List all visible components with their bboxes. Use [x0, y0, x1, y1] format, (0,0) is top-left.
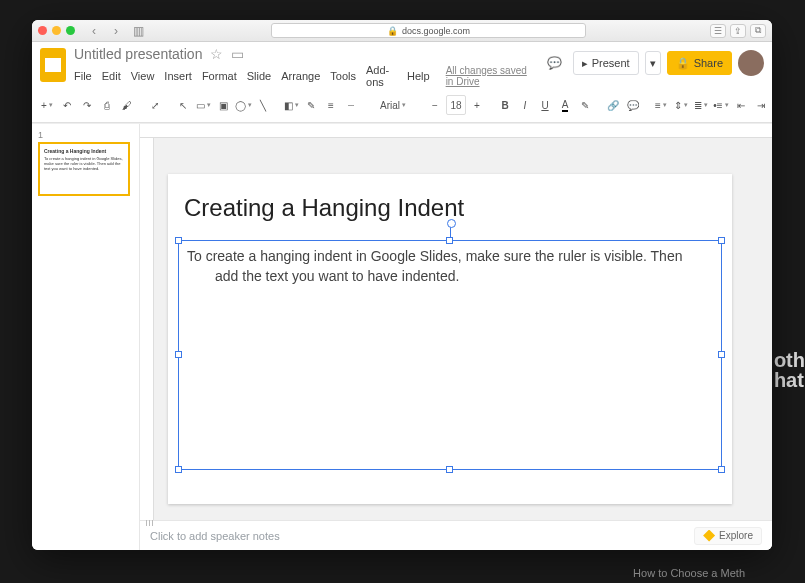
menu-help[interactable]: Help — [407, 70, 430, 82]
menu-addons[interactable]: Add-ons — [366, 64, 397, 88]
font-family-select[interactable]: Arial — [370, 95, 416, 115]
align-button[interactable]: ≡ — [652, 95, 670, 115]
bold-button[interactable]: B — [496, 95, 514, 115]
star-icon[interactable]: ☆ — [210, 46, 223, 62]
filmstrip[interactable]: 1 Creating a Hanging Indent To create a … — [32, 124, 140, 550]
browser-window: ‹ › ▥ 🔒 docs.google.com ☰ ⇪ ⧉ Untitled p… — [32, 20, 772, 550]
resize-handle-mr[interactable] — [718, 351, 725, 358]
insert-link-button[interactable]: 🔗 — [604, 95, 622, 115]
sidebar-toggle-icon[interactable]: ▥ — [129, 24, 147, 38]
text-color-button[interactable]: A — [556, 95, 574, 115]
explore-label: Explore — [719, 530, 753, 541]
canvas-area: Creating a Hanging Indent To create a ha… — [140, 124, 772, 550]
menu-view[interactable]: View — [131, 70, 155, 82]
share-lock-icon: 🔒 — [676, 57, 690, 70]
line-spacing-button[interactable]: ⇕ — [672, 95, 690, 115]
reader-icon[interactable]: ☰ — [710, 24, 726, 38]
font-size-value[interactable]: 18 — [446, 95, 466, 115]
line-tool[interactable]: ╲ — [254, 95, 272, 115]
menu-edit[interactable]: Edit — [102, 70, 121, 82]
border-weight-button[interactable]: ≡ — [322, 95, 340, 115]
shape-tool[interactable]: ◯ — [234, 95, 252, 115]
selected-text-box[interactable]: To create a hanging indent in Google Sli… — [178, 240, 722, 470]
resize-handle-mt[interactable] — [446, 237, 453, 244]
fill-color-button[interactable]: ◧ — [282, 95, 300, 115]
notes-resize-handle[interactable] — [146, 520, 153, 526]
resize-handle-tl[interactable] — [175, 237, 182, 244]
account-avatar[interactable] — [738, 50, 764, 76]
font-size-decrease[interactable]: − — [426, 95, 444, 115]
text-box-content[interactable]: To create a hanging indent in Google Sli… — [179, 241, 721, 292]
save-status[interactable]: All changes saved in Drive — [446, 65, 535, 87]
indent-increase-button[interactable]: ⇥ — [752, 95, 770, 115]
menu-file[interactable]: File — [74, 70, 92, 82]
vertical-ruler[interactable] — [140, 138, 154, 520]
minimize-window-icon[interactable] — [52, 26, 61, 35]
slide-title-text[interactable]: Creating a Hanging Indent — [184, 194, 464, 222]
present-dropdown[interactable]: ▾ — [645, 51, 661, 75]
present-button[interactable]: ▸ Present — [573, 51, 639, 75]
menu-tools[interactable]: Tools — [330, 70, 356, 82]
italic-button[interactable]: I — [516, 95, 534, 115]
share-button[interactable]: 🔒 Share — [667, 51, 732, 75]
slide-canvas[interactable]: Creating a Hanging Indent To create a ha… — [168, 174, 732, 504]
redo-button[interactable]: ↷ — [78, 95, 96, 115]
menu-bar: File Edit View Insert Format Slide Arran… — [74, 64, 535, 88]
url-text: docs.google.com — [402, 26, 470, 36]
slides-logo-icon[interactable] — [40, 48, 66, 82]
resize-handle-mb[interactable] — [446, 466, 453, 473]
workspace: 1 Creating a Hanging Indent To create a … — [32, 123, 772, 550]
move-folder-icon[interactable]: ▭ — [231, 46, 244, 62]
underline-button[interactable]: U — [536, 95, 554, 115]
present-label: Present — [592, 57, 630, 69]
rotation-handle[interactable] — [450, 225, 451, 237]
app-header: Untitled presentation ☆ ▭ File Edit View… — [32, 42, 772, 88]
resize-handle-ml[interactable] — [175, 351, 182, 358]
resize-handle-br[interactable] — [718, 466, 725, 473]
comments-icon[interactable]: 💬 — [543, 51, 567, 75]
menu-insert[interactable]: Insert — [164, 70, 192, 82]
slide-number: 1 — [38, 130, 133, 140]
resize-handle-tr[interactable] — [718, 237, 725, 244]
zoom-button[interactable]: ⤢ — [146, 95, 164, 115]
window-controls — [38, 26, 75, 35]
print-button[interactable]: ⎙ — [98, 95, 116, 115]
undo-button[interactable]: ↶ — [58, 95, 76, 115]
speaker-notes-placeholder[interactable]: Click to add speaker notes — [150, 530, 280, 542]
menu-arrange[interactable]: Arrange — [281, 70, 320, 82]
browser-chrome-bar: ‹ › ▥ 🔒 docs.google.com ☰ ⇪ ⧉ — [32, 20, 772, 42]
background-footer-text: How to Choose a Meth — [633, 567, 745, 579]
close-window-icon[interactable] — [38, 26, 47, 35]
document-title[interactable]: Untitled presentation — [74, 46, 202, 62]
url-bar[interactable]: 🔒 docs.google.com — [271, 23, 586, 38]
image-tool[interactable]: ▣ — [214, 95, 232, 115]
slide-thumbnail[interactable]: Creating a Hanging Indent To create a ha… — [38, 142, 130, 196]
font-size-increase[interactable]: + — [468, 95, 486, 115]
indent-decrease-button[interactable]: ⇤ — [732, 95, 750, 115]
new-slide-button[interactable]: + — [38, 95, 56, 115]
menu-format[interactable]: Format — [202, 70, 237, 82]
speaker-notes-bar[interactable]: Click to add speaker notes Explore — [140, 520, 772, 550]
back-button[interactable]: ‹ — [85, 24, 103, 38]
bulleted-list-button[interactable]: •≡ — [712, 95, 730, 115]
select-tool[interactable]: ↖ — [174, 95, 192, 115]
highlight-color-button[interactable]: ✎ — [576, 95, 594, 115]
resize-handle-bl[interactable] — [175, 466, 182, 473]
paint-format-button[interactable]: 🖌 — [118, 95, 136, 115]
tabs-icon[interactable]: ⧉ — [750, 24, 766, 38]
textbox-tool[interactable]: ▭ — [194, 95, 212, 115]
body-line-1: To create a hanging indent in Google Sli… — [187, 248, 682, 264]
forward-button[interactable]: › — [107, 24, 125, 38]
horizontal-ruler[interactable] — [140, 124, 772, 138]
border-color-button[interactable]: ✎ — [302, 95, 320, 115]
share-browser-icon[interactable]: ⇪ — [730, 24, 746, 38]
menu-slide[interactable]: Slide — [247, 70, 271, 82]
background-partial-text: oth hat — [774, 350, 805, 390]
numbered-list-button[interactable]: ≣ — [692, 95, 710, 115]
insert-comment-button[interactable]: 💬 — [624, 95, 642, 115]
explore-button[interactable]: Explore — [694, 527, 762, 545]
body-line-2: add the text you want to have indented. — [187, 267, 713, 287]
maximize-window-icon[interactable] — [66, 26, 75, 35]
border-dash-button[interactable]: ┄ — [342, 95, 360, 115]
thumb-body: To create a hanging indent in Google Sli… — [44, 156, 124, 171]
